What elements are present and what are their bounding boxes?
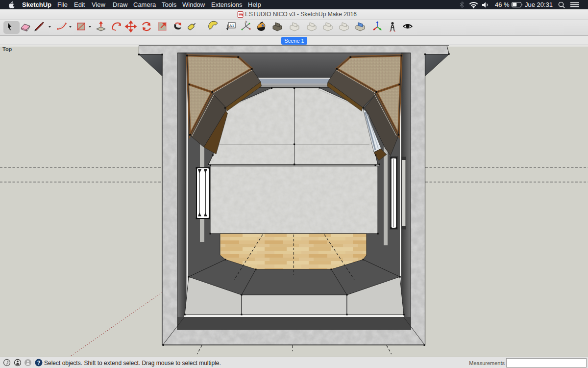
svg-text:b: b <box>245 20 247 23</box>
svg-text:A1: A1 <box>229 24 234 28</box>
svg-text:?: ? <box>37 360 41 366</box>
